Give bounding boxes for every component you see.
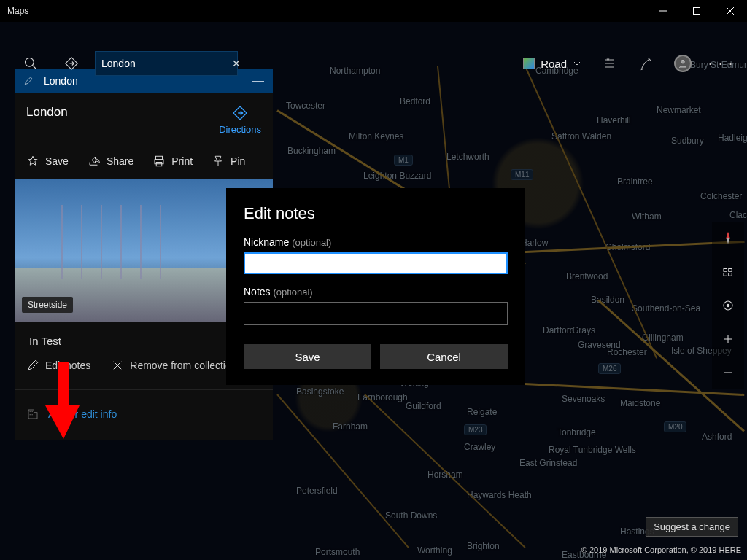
suggest-change-button[interactable]: Suggest a change <box>646 517 738 537</box>
nickname-label: Nickname (optional) <box>244 236 508 248</box>
locate-me-button[interactable] <box>712 289 744 322</box>
svg-rect-9 <box>34 413 38 419</box>
print-button[interactable]: Print <box>152 155 193 168</box>
map-style-button[interactable]: Road <box>513 44 592 83</box>
directions-label: Directions <box>219 124 261 135</box>
zoom-out-button[interactable] <box>712 356 744 389</box>
map-style-swatch-icon <box>523 58 535 69</box>
chevron-down-icon <box>573 59 581 68</box>
edit-notes-dialog: Edit notes Nickname (optional) Notes (op… <box>226 188 525 385</box>
svg-rect-10 <box>724 269 727 272</box>
svg-rect-5 <box>156 156 163 160</box>
window-title: Maps <box>7 6 28 16</box>
remove-from-collection-button[interactable]: Remove from collection <box>111 359 236 372</box>
search-input[interactable] <box>101 58 229 69</box>
save-button[interactable]: Save <box>26 155 69 168</box>
svg-rect-11 <box>729 269 732 272</box>
map-style-label: Road <box>541 58 567 70</box>
svg-rect-13 <box>729 273 732 276</box>
svg-rect-0 <box>694 8 700 15</box>
dialog-title: Edit notes <box>244 204 508 223</box>
pin-button[interactable]: Pin <box>212 155 245 168</box>
svg-point-3 <box>681 60 685 63</box>
ink-icon[interactable] <box>628 44 665 83</box>
print-label: Print <box>171 155 193 167</box>
compass-button[interactable] <box>712 222 744 255</box>
print-icon <box>152 155 166 168</box>
search-box[interactable]: ✕ <box>95 51 238 76</box>
star-icon <box>26 155 39 168</box>
place-actions: Save Share Print Pin <box>26 147 261 179</box>
pin-icon <box>212 155 225 168</box>
workspace: NorthamptonCambridgeBury St EdmundsBedfo… <box>0 22 747 560</box>
window-close-button[interactable] <box>713 0 747 22</box>
notes-label: Notes (optional) <box>244 286 508 298</box>
pencil-icon <box>26 359 39 372</box>
svg-rect-8 <box>28 410 34 419</box>
place-name: London <box>26 105 68 120</box>
window-minimize-button[interactable] <box>646 0 680 22</box>
pin-label: Pin <box>231 155 245 167</box>
map-toolbar: ✕ Road · · · <box>0 44 747 83</box>
dialog-save-button[interactable]: Save <box>244 344 371 369</box>
save-label: Save <box>45 155 69 167</box>
avatar-icon <box>674 55 692 72</box>
nickname-input[interactable] <box>244 252 508 274</box>
favorites-icon[interactable] <box>592 44 628 83</box>
more-icon[interactable]: · · · <box>701 56 741 71</box>
svg-rect-12 <box>724 273 727 276</box>
dialog-cancel-button[interactable]: Cancel <box>380 344 508 369</box>
map-controls <box>712 222 744 389</box>
directions-icon[interactable] <box>51 44 92 83</box>
share-icon <box>88 155 101 168</box>
directions-button[interactable]: Directions <box>219 105 261 135</box>
share-label: Share <box>107 155 133 167</box>
window-maximize-button[interactable] <box>680 0 713 22</box>
streetside-button[interactable]: Streetside <box>22 297 73 313</box>
search-icon[interactable] <box>10 44 51 83</box>
share-button[interactable]: Share <box>88 155 133 168</box>
annotation-arrow <box>45 362 82 445</box>
zoom-in-button[interactable] <box>712 322 744 356</box>
remove-label: Remove from collection <box>130 359 236 371</box>
tilt-button[interactable] <box>712 255 744 289</box>
titlebar: Maps <box>0 0 747 22</box>
clear-search-icon[interactable]: ✕ <box>229 55 244 72</box>
svg-point-1 <box>26 58 34 67</box>
building-icon <box>26 408 39 421</box>
map-attribution: © 2019 Microsoft Corporation, © 2019 HER… <box>581 545 741 554</box>
notes-input[interactable] <box>244 302 508 325</box>
close-icon <box>111 359 124 372</box>
svg-point-15 <box>727 304 730 308</box>
account-button[interactable] <box>665 44 701 83</box>
